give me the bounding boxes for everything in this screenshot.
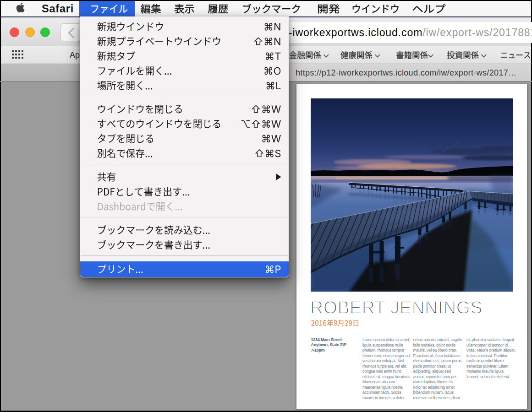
svg-text:ROBERT JENNINGS: ROBERT JENNINGS — [310, 298, 483, 317]
